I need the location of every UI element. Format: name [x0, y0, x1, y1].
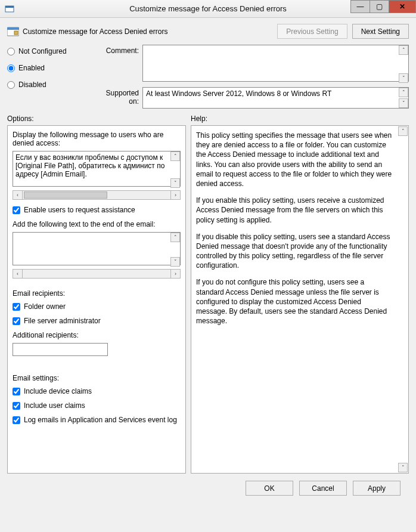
- scrollbar-thumb[interactable]: [24, 191, 107, 199]
- page-heading: Customize message for Access Denied erro…: [23, 27, 167, 36]
- include-device-claims-label: Include device claims: [24, 387, 92, 395]
- hscrollbar[interactable]: ‹ ›: [13, 269, 181, 279]
- email-text-label: Add the following text to the end of the…: [13, 220, 181, 228]
- radio-disabled[interactable]: Disabled: [7, 81, 91, 89]
- include-user-claims[interactable]: Include user claims: [13, 401, 181, 410]
- scroll-left-icon[interactable]: ‹: [13, 270, 23, 278]
- help-paragraph: If you disable this policy setting, user…: [196, 232, 393, 271]
- help-text: This policy setting specifies the messag…: [196, 131, 403, 326]
- titlebar: Customize message for Access Denied erro…: [0, 0, 416, 18]
- scroll-down-icon[interactable]: ˅: [170, 257, 180, 267]
- file-server-admin-label: File server administrator: [24, 317, 101, 325]
- help-paragraph: This policy setting specifies the messag…: [196, 131, 393, 188]
- folder-owner-label: Folder owner: [24, 302, 66, 311]
- radio-disabled-input[interactable]: [7, 81, 15, 89]
- comment-textarea[interactable]: [142, 45, 409, 82]
- radio-enabled-label: Enabled: [18, 64, 45, 72]
- help-paragraph: If you do not configure this policy sett…: [196, 277, 393, 326]
- include-user-claims-checkbox[interactable]: [13, 402, 20, 410]
- next-setting-button[interactable]: Next Setting: [352, 24, 409, 39]
- supported-on-label: Supported on:: [94, 87, 139, 109]
- help-label: Help:: [191, 115, 207, 123]
- file-server-admin-checkbox[interactable]: [13, 317, 20, 325]
- scroll-up-icon[interactable]: ˄: [398, 126, 408, 136]
- radio-not-configured-label: Not Configured: [18, 47, 67, 55]
- enable-request-assistance-label: Enable users to request assistance: [24, 206, 135, 214]
- ok-button[interactable]: OK: [246, 481, 293, 496]
- close-button[interactable]: ✕: [389, 0, 416, 13]
- log-emails-label: Log emails in Application and Services e…: [24, 416, 177, 424]
- help-paragraph: If you enable this policy setting, users…: [196, 196, 393, 225]
- scroll-up-icon[interactable]: ˄: [170, 151, 180, 161]
- scroll-up-icon[interactable]: ˄: [399, 88, 408, 97]
- scroll-left-icon[interactable]: ‹: [13, 191, 23, 199]
- svg-rect-4: [14, 31, 18, 35]
- enable-request-assistance[interactable]: Enable users to request assistance: [13, 206, 181, 214]
- help-panel: This policy setting specifies the messag…: [191, 125, 409, 474]
- options-panel: Display the following message to users w…: [7, 125, 186, 474]
- radio-disabled-label: Disabled: [18, 81, 46, 89]
- email-recipients-label: Email recipients:: [13, 289, 181, 298]
- include-user-claims-label: Include user claims: [24, 401, 85, 410]
- log-emails-checkbox[interactable]: [13, 416, 20, 424]
- scroll-right-icon[interactable]: ›: [170, 191, 180, 199]
- email-text-textarea[interactable]: [13, 232, 181, 265]
- folder-owner-checkbox[interactable]: [13, 303, 20, 311]
- include-device-claims[interactable]: Include device claims: [13, 387, 181, 395]
- options-label: Options:: [7, 115, 191, 123]
- supported-on-value: At least Windows Server 2012, Windows 8 …: [142, 87, 409, 109]
- radio-not-configured[interactable]: Not Configured: [7, 47, 91, 55]
- maximize-button[interactable]: ▢: [370, 0, 389, 13]
- svg-rect-3: [7, 27, 19, 30]
- scroll-up-icon[interactable]: ˄: [170, 233, 180, 242]
- previous-setting-button[interactable]: Previous Setting: [277, 24, 347, 39]
- log-emails[interactable]: Log emails in Application and Services e…: [13, 416, 181, 424]
- scroll-down-icon[interactable]: ˅: [398, 463, 408, 472]
- folder-owner[interactable]: Folder owner: [13, 302, 181, 311]
- additional-recipients-input[interactable]: [13, 343, 108, 356]
- minimize-button[interactable]: —: [350, 0, 370, 13]
- apply-button[interactable]: Apply: [353, 481, 401, 496]
- radio-enabled[interactable]: Enabled: [7, 64, 91, 72]
- cancel-button[interactable]: Cancel: [299, 481, 347, 496]
- radio-not-configured-input[interactable]: [7, 48, 15, 55]
- display-message-textarea[interactable]: [13, 151, 181, 187]
- scroll-up-icon[interactable]: ˄: [399, 45, 408, 55]
- additional-recipients-label: Additional recipients:: [13, 331, 181, 339]
- scroll-down-icon[interactable]: ˅: [170, 178, 180, 188]
- include-device-claims-checkbox[interactable]: [13, 388, 20, 395]
- display-message-label: Display the following message to users w…: [13, 131, 181, 147]
- enable-request-assistance-checkbox[interactable]: [13, 206, 20, 214]
- comment-label: Comment:: [94, 45, 139, 83]
- scroll-down-icon[interactable]: ˅: [399, 73, 408, 83]
- scroll-down-icon[interactable]: ˅: [399, 98, 408, 108]
- email-settings-label: Email settings:: [13, 374, 181, 382]
- radio-enabled-input[interactable]: [7, 64, 15, 72]
- scroll-right-icon[interactable]: ›: [170, 270, 180, 278]
- file-server-admin[interactable]: File server administrator: [13, 317, 181, 325]
- hscrollbar[interactable]: ‹ ›: [13, 190, 181, 200]
- policy-icon: [7, 26, 19, 37]
